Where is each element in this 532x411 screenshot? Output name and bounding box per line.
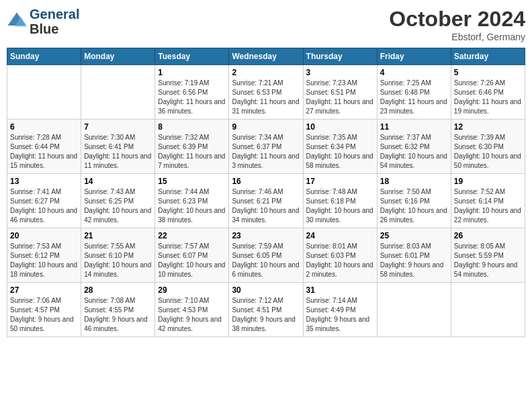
day-detail: Sunrise: 7:28 AM Sunset: 6:44 PM Dayligh… (10, 133, 78, 171)
page-header: General Blue October 2024 Ebstorf, Germa… (7, 7, 525, 42)
header-monday: Monday (81, 48, 155, 65)
day-cell: 23Sunrise: 7:59 AM Sunset: 6:05 PM Dayli… (229, 228, 303, 283)
day-cell: 20Sunrise: 7:53 AM Sunset: 6:12 PM Dayli… (7, 228, 81, 283)
day-detail: Sunrise: 7:23 AM Sunset: 6:51 PM Dayligh… (306, 79, 374, 116)
month-title: October 2024 (389, 7, 525, 32)
day-detail: Sunrise: 7:30 AM Sunset: 6:41 PM Dayligh… (84, 133, 152, 171)
day-detail: Sunrise: 7:44 AM Sunset: 6:23 PM Dayligh… (158, 187, 226, 225)
day-cell: 6Sunrise: 7:28 AM Sunset: 6:44 PM Daylig… (7, 120, 81, 174)
day-cell: 11Sunrise: 7:37 AM Sunset: 6:32 PM Dayli… (377, 120, 451, 174)
day-detail: Sunrise: 7:06 AM Sunset: 4:57 PM Dayligh… (10, 296, 78, 334)
week-row-4: 20Sunrise: 7:53 AM Sunset: 6:12 PM Dayli… (7, 228, 525, 283)
day-number: 10 (306, 122, 374, 132)
day-detail: Sunrise: 7:26 AM Sunset: 6:46 PM Dayligh… (454, 79, 522, 116)
header-row: SundayMondayTuesdayWednesdayThursdayFrid… (7, 48, 525, 65)
day-number: 5 (454, 68, 522, 77)
day-detail: Sunrise: 7:25 AM Sunset: 6:48 PM Dayligh… (380, 79, 448, 116)
day-detail: Sunrise: 7:32 AM Sunset: 6:39 PM Dayligh… (158, 133, 226, 171)
day-cell: 28Sunrise: 7:08 AM Sunset: 4:55 PM Dayli… (81, 283, 155, 337)
day-number: 16 (232, 177, 300, 186)
day-number: 8 (158, 122, 226, 132)
title-block: October 2024 Ebstorf, Germany (389, 7, 525, 42)
day-number: 25 (380, 231, 448, 240)
day-detail: Sunrise: 7:12 AM Sunset: 4:51 PM Dayligh… (232, 296, 300, 334)
day-number: 6 (10, 122, 78, 132)
day-number: 28 (84, 285, 152, 295)
day-cell: 27Sunrise: 7:06 AM Sunset: 4:57 PM Dayli… (7, 283, 81, 337)
header-thursday: Thursday (303, 48, 377, 65)
day-cell: 19Sunrise: 7:52 AM Sunset: 6:14 PM Dayli… (451, 174, 525, 228)
day-number: 14 (84, 177, 152, 186)
header-saturday: Saturday (451, 48, 525, 65)
day-detail: Sunrise: 7:52 AM Sunset: 6:14 PM Dayligh… (454, 187, 522, 225)
day-number: 23 (232, 231, 300, 240)
day-cell: 10Sunrise: 7:35 AM Sunset: 6:34 PM Dayli… (303, 120, 377, 174)
header-friday: Friday (377, 48, 451, 65)
day-number: 1 (158, 68, 226, 77)
day-cell: 8Sunrise: 7:32 AM Sunset: 6:39 PM Daylig… (155, 120, 229, 174)
day-detail: Sunrise: 7:57 AM Sunset: 6:07 PM Dayligh… (158, 242, 226, 279)
day-number: 12 (454, 122, 522, 132)
day-cell: 9Sunrise: 7:34 AM Sunset: 6:37 PM Daylig… (229, 120, 303, 174)
day-cell: 25Sunrise: 8:03 AM Sunset: 6:01 PM Dayli… (377, 228, 451, 283)
day-number: 7 (84, 122, 152, 132)
day-cell: 14Sunrise: 7:43 AM Sunset: 6:25 PM Dayli… (81, 174, 155, 228)
day-detail: Sunrise: 7:59 AM Sunset: 6:05 PM Dayligh… (232, 242, 300, 279)
day-cell: 1Sunrise: 7:19 AM Sunset: 6:56 PM Daylig… (155, 65, 229, 120)
day-detail: Sunrise: 7:55 AM Sunset: 6:10 PM Dayligh… (84, 242, 152, 279)
day-number: 3 (306, 68, 374, 77)
header-tuesday: Tuesday (155, 48, 229, 65)
day-number: 2 (232, 68, 300, 77)
day-detail: Sunrise: 8:01 AM Sunset: 6:03 PM Dayligh… (306, 242, 374, 279)
day-cell: 31Sunrise: 7:14 AM Sunset: 4:49 PM Dayli… (303, 283, 377, 337)
day-detail: Sunrise: 7:34 AM Sunset: 6:37 PM Dayligh… (232, 133, 300, 171)
day-number: 17 (306, 177, 374, 186)
header-sunday: Sunday (7, 48, 81, 65)
day-cell: 4Sunrise: 7:25 AM Sunset: 6:48 PM Daylig… (377, 65, 451, 120)
week-row-1: 1Sunrise: 7:19 AM Sunset: 6:56 PM Daylig… (7, 65, 525, 120)
day-number: 15 (158, 177, 226, 186)
logo-text: General Blue (30, 7, 79, 36)
day-cell: 24Sunrise: 8:01 AM Sunset: 6:03 PM Dayli… (303, 228, 377, 283)
calendar-table: SundayMondayTuesdayWednesdayThursdayFrid… (7, 48, 525, 337)
day-detail: Sunrise: 7:35 AM Sunset: 6:34 PM Dayligh… (306, 133, 374, 171)
day-cell: 26Sunrise: 8:05 AM Sunset: 5:59 PM Dayli… (451, 228, 525, 283)
day-number: 4 (380, 68, 448, 77)
day-number: 11 (380, 122, 448, 132)
day-cell: 17Sunrise: 7:48 AM Sunset: 6:18 PM Dayli… (303, 174, 377, 228)
day-cell: 7Sunrise: 7:30 AM Sunset: 6:41 PM Daylig… (81, 120, 155, 174)
day-number: 26 (454, 231, 522, 240)
day-detail: Sunrise: 7:41 AM Sunset: 6:27 PM Dayligh… (10, 187, 78, 225)
day-detail: Sunrise: 7:10 AM Sunset: 4:53 PM Dayligh… (158, 296, 226, 334)
day-detail: Sunrise: 7:39 AM Sunset: 6:30 PM Dayligh… (454, 133, 522, 171)
day-detail: Sunrise: 8:03 AM Sunset: 6:01 PM Dayligh… (380, 242, 448, 279)
day-cell (7, 65, 81, 120)
day-cell: 21Sunrise: 7:55 AM Sunset: 6:10 PM Dayli… (81, 228, 155, 283)
header-wednesday: Wednesday (229, 48, 303, 65)
day-number: 13 (10, 177, 78, 186)
day-cell: 29Sunrise: 7:10 AM Sunset: 4:53 PM Dayli… (155, 283, 229, 337)
logo: General Blue (7, 7, 79, 36)
location: Ebstorf, Germany (389, 32, 525, 42)
day-detail: Sunrise: 7:53 AM Sunset: 6:12 PM Dayligh… (10, 242, 78, 279)
week-row-3: 13Sunrise: 7:41 AM Sunset: 6:27 PM Dayli… (7, 174, 525, 228)
day-cell (81, 65, 155, 120)
day-number: 20 (10, 231, 78, 240)
logo-icon (7, 11, 27, 32)
day-cell (377, 283, 451, 337)
week-row-2: 6Sunrise: 7:28 AM Sunset: 6:44 PM Daylig… (7, 120, 525, 174)
day-cell: 12Sunrise: 7:39 AM Sunset: 6:30 PM Dayli… (451, 120, 525, 174)
day-cell: 18Sunrise: 7:50 AM Sunset: 6:16 PM Dayli… (377, 174, 451, 228)
day-cell: 22Sunrise: 7:57 AM Sunset: 6:07 PM Dayli… (155, 228, 229, 283)
day-number: 30 (232, 285, 300, 295)
day-number: 27 (10, 285, 78, 295)
day-number: 22 (158, 231, 226, 240)
day-number: 9 (232, 122, 300, 132)
day-number: 21 (84, 231, 152, 240)
day-number: 24 (306, 231, 374, 240)
day-cell: 15Sunrise: 7:44 AM Sunset: 6:23 PM Dayli… (155, 174, 229, 228)
day-number: 31 (306, 285, 374, 295)
day-detail: Sunrise: 7:08 AM Sunset: 4:55 PM Dayligh… (84, 296, 152, 334)
day-cell: 3Sunrise: 7:23 AM Sunset: 6:51 PM Daylig… (303, 65, 377, 120)
day-detail: Sunrise: 8:05 AM Sunset: 5:59 PM Dayligh… (454, 242, 522, 279)
